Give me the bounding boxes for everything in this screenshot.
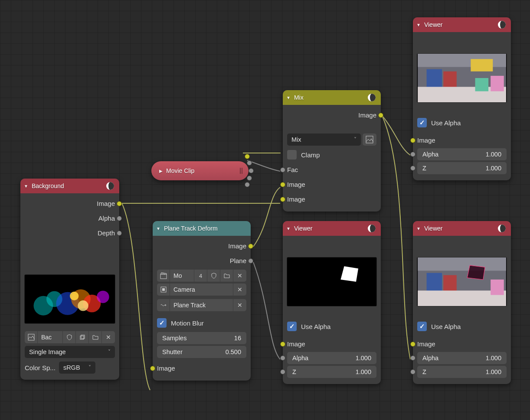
- unlink-icon[interactable]: ✕: [102, 331, 115, 343]
- plane-field[interactable]: Plane Track: [170, 299, 233, 311]
- socket-out-image[interactable]: [117, 201, 122, 206]
- node-plane-track-deform[interactable]: ▼ Plane Track Deform Image Plane Mo 4 ✕ …: [153, 221, 251, 381]
- use-alpha-toggle-icon[interactable]: [363, 133, 376, 146]
- shield-icon[interactable]: [63, 331, 76, 343]
- node-header[interactable]: ▼ Viewer: [283, 221, 381, 236]
- socket-out[interactable]: [247, 160, 252, 166]
- socket-out-image[interactable]: [378, 113, 383, 118]
- collapse-toggle-icon[interactable]: ▼: [156, 226, 160, 231]
- use-alpha-checkbox[interactable]: [417, 118, 427, 127]
- socket-in-image[interactable]: [280, 342, 285, 347]
- socket-in-image1[interactable]: [280, 182, 285, 187]
- tracking-object-row[interactable]: Camera ✕: [157, 283, 246, 297]
- clip-name-field[interactable]: Mo: [170, 270, 194, 282]
- node-title: Viewer: [294, 225, 313, 232]
- svg-rect-15: [162, 288, 165, 291]
- image-datablock-row[interactable]: Bac ✕: [25, 331, 115, 343]
- node-viewer-bottom[interactable]: ▼ Viewer Use Alpha Image Alpha: [413, 221, 511, 384]
- node-header[interactable]: ▼ Plane Track Deform: [153, 221, 251, 236]
- open-folder-icon[interactable]: [89, 331, 102, 343]
- shield-icon[interactable]: [207, 270, 220, 282]
- z-field[interactable]: Z 1.000: [417, 162, 507, 174]
- open-folder-icon[interactable]: [220, 270, 233, 282]
- alpha-field[interactable]: Alpha 1.000: [287, 352, 376, 364]
- socket-in-image[interactable]: [410, 138, 415, 143]
- collapse-toggle-icon[interactable]: ▼: [24, 184, 28, 189]
- motion-blur-checkbox[interactable]: [157, 318, 167, 328]
- socket-in-image[interactable]: [410, 342, 415, 347]
- socket-out[interactable]: [245, 154, 250, 159]
- clamp-checkbox[interactable]: [287, 150, 297, 160]
- svg-rect-26: [491, 76, 504, 91]
- use-alpha-checkbox[interactable]: [417, 322, 427, 331]
- duplicate-icon[interactable]: [76, 331, 89, 343]
- image-icon[interactable]: [25, 331, 38, 343]
- socket-label: Image: [417, 340, 435, 348]
- socket-out-image[interactable]: [248, 244, 253, 249]
- user-count[interactable]: 4: [194, 270, 207, 282]
- node-viewer-mid[interactable]: ▼ Viewer Use Alpha Image Alpha 1.000 Z 1…: [283, 221, 381, 384]
- use-alpha-checkbox[interactable]: [287, 322, 297, 331]
- clear-icon[interactable]: ✕: [233, 299, 246, 311]
- socket-in-z[interactable]: [410, 369, 415, 374]
- sphere-icon: [497, 224, 507, 233]
- node-title: Viewer: [424, 225, 443, 232]
- socket-out-plane[interactable]: [248, 258, 253, 264]
- socket-out-depth[interactable]: [117, 231, 122, 236]
- socket-in-alpha[interactable]: [410, 355, 415, 361]
- motion-blur-label: Motion Blur: [171, 319, 204, 327]
- collapse-toggle-icon[interactable]: ▼: [286, 226, 291, 231]
- svg-rect-25: [475, 78, 489, 91]
- node-title: Viewer: [424, 21, 443, 28]
- socket-label: Fac: [287, 166, 298, 173]
- z-field[interactable]: Z 1.000: [287, 366, 376, 378]
- socket-out-alpha[interactable]: [117, 216, 122, 221]
- node-header[interactable]: ▼ Background: [20, 179, 119, 193]
- svg-rect-28: [288, 257, 376, 306]
- collapse-toggle-icon[interactable]: ▶: [159, 169, 163, 173]
- curve-icon[interactable]: [157, 299, 170, 311]
- collapse-toggle-icon[interactable]: ▼: [286, 95, 291, 100]
- blend-mode-select[interactable]: Mix: [287, 133, 361, 146]
- clear-icon[interactable]: ✕: [233, 283, 246, 296]
- clapperboard-icon[interactable]: [157, 270, 170, 282]
- socket-in-alpha[interactable]: [410, 152, 415, 157]
- clip-datablock-row[interactable]: Mo 4 ✕: [157, 270, 246, 282]
- plane-track-row[interactable]: Plane Track ✕: [157, 299, 246, 313]
- socket-in-z[interactable]: [280, 369, 285, 374]
- node-viewer-top[interactable]: ▼ Viewer Use Alpha Image Alpha: [413, 17, 511, 180]
- samples-field[interactable]: Samples 16: [157, 332, 246, 344]
- image-preview: [25, 275, 115, 323]
- socket-in-image2[interactable]: [280, 197, 285, 202]
- socket-label: Plane: [230, 257, 246, 264]
- z-field[interactable]: Z 1.000: [417, 366, 507, 378]
- socket-in-image[interactable]: [150, 366, 155, 371]
- collapse-toggle-icon[interactable]: ▼: [416, 226, 421, 231]
- image-name-field[interactable]: Bac: [38, 331, 63, 343]
- alpha-field[interactable]: Alpha 1.000: [417, 148, 507, 160]
- socket-in-alpha[interactable]: [280, 355, 285, 361]
- colorspace-select[interactable]: sRGB: [59, 361, 95, 374]
- socket-in-fac[interactable]: [280, 167, 285, 173]
- node-mix[interactable]: ▼ Mix Image Mix Clamp Fac Image Image: [283, 90, 381, 212]
- target-icon[interactable]: [157, 283, 170, 296]
- socket-in-z[interactable]: [410, 166, 415, 171]
- socket-out[interactable]: [245, 182, 250, 187]
- shutter-field[interactable]: Shutter 0.500: [157, 346, 246, 358]
- alpha-field[interactable]: Alpha 1.000: [417, 352, 507, 364]
- collapse-toggle-icon[interactable]: ▼: [416, 23, 421, 27]
- socket-label: Image: [287, 195, 305, 203]
- svg-rect-32: [418, 257, 506, 271]
- node-background[interactable]: ▼ Background Image Alpha Depth: [20, 179, 119, 380]
- sphere-icon: [367, 224, 376, 233]
- image-source-select[interactable]: Single Image: [25, 346, 115, 358]
- colorspace-label: Color Sp...: [25, 364, 56, 371]
- object-field[interactable]: Camera: [170, 283, 233, 296]
- node-header[interactable]: ▼ Mix: [283, 90, 381, 105]
- node-movie-clip[interactable]: ▶ Movie Clip: [151, 161, 249, 180]
- socket-out[interactable]: [249, 168, 254, 173]
- unlink-icon[interactable]: ✕: [233, 270, 246, 282]
- socket-out[interactable]: [247, 176, 252, 181]
- node-header[interactable]: ▼ Viewer: [413, 221, 511, 236]
- node-header[interactable]: ▼ Viewer: [413, 17, 511, 32]
